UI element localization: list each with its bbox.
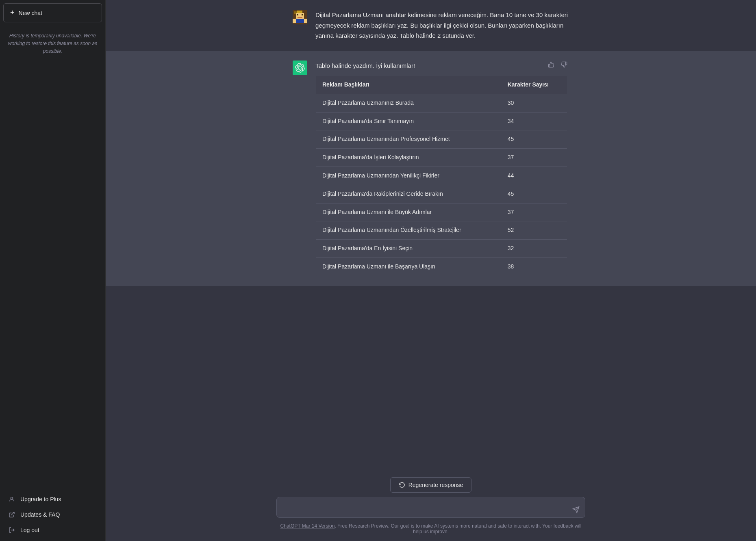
svg-rect-10 bbox=[295, 19, 305, 23]
thumbs-down-button[interactable] bbox=[559, 61, 569, 70]
logout-icon bbox=[8, 526, 15, 534]
user-message: Dijital Pazarlama Uzmanı anahtar kelimes… bbox=[106, 0, 756, 51]
chat-input[interactable] bbox=[276, 497, 585, 518]
history-notice: History is temporarily unavailable. We'r… bbox=[0, 26, 105, 62]
thumbs-up-button[interactable] bbox=[546, 61, 556, 70]
char-count-cell: 37 bbox=[501, 149, 567, 167]
input-area bbox=[276, 497, 585, 519]
table-row: Dijital Pazarlama Uzmanından Özelleştiri… bbox=[316, 221, 567, 240]
char-count-cell: 37 bbox=[501, 203, 567, 221]
regenerate-label: Regenerate response bbox=[408, 482, 463, 488]
char-count-cell: 45 bbox=[501, 130, 567, 149]
table-row: Dijital Pazarlama'da Rakiplerinizi Gerid… bbox=[316, 185, 567, 203]
sidebar-bottom: Upgrade to Plus Updates & FAQ Log out bbox=[0, 488, 105, 541]
ad-titles-table: Reklam Başlıkları Karakter Sayısı Dijita… bbox=[315, 76, 567, 276]
table-row: Dijital Pazarlama Uzmanından Profesyonel… bbox=[316, 130, 567, 149]
sidebar-item-updates[interactable]: Updates & FAQ bbox=[3, 507, 102, 522]
col-header-count: Karakter Sayısı bbox=[501, 76, 567, 94]
regenerate-button[interactable]: Regenerate response bbox=[390, 477, 472, 493]
char-count-cell: 52 bbox=[501, 221, 567, 240]
table-body: Dijital Pazarlama Uzmanınız Burada30Diji… bbox=[316, 94, 567, 276]
table-row: Dijital Pazarlama Uzmanından Yenilikçi F… bbox=[316, 167, 567, 185]
sidebar-item-logout[interactable]: Log out bbox=[3, 522, 102, 538]
svg-rect-8 bbox=[302, 14, 303, 15]
assistant-message-content: Tablo halinde yazdım. İyi kullanımlar! R… bbox=[315, 61, 569, 276]
new-chat-label: New chat bbox=[19, 10, 42, 16]
user-avatar-image bbox=[293, 10, 307, 24]
openai-logo bbox=[295, 63, 305, 73]
svg-point-0 bbox=[11, 497, 13, 499]
new-chat-button[interactable]: + New chat bbox=[3, 3, 102, 22]
chat-area: Dijital Pazarlama Uzmanı anahtar kelimes… bbox=[106, 0, 756, 472]
plus-icon: + bbox=[10, 9, 15, 17]
char-count-cell: 44 bbox=[501, 167, 567, 185]
table-header-row: Reklam Başlıkları Karakter Sayısı bbox=[316, 76, 567, 94]
table-row: Dijital Pazarlama'da Sınır Tanımayın34 bbox=[316, 112, 567, 130]
send-button[interactable] bbox=[571, 505, 580, 514]
ad-title-cell: Dijital Pazarlama'da Sınır Tanımayın bbox=[316, 112, 501, 130]
send-icon bbox=[572, 506, 580, 513]
footer-text: ChatGPT Mar 14 Version. Free Research Pr… bbox=[276, 523, 585, 535]
char-count-cell: 38 bbox=[501, 258, 567, 276]
user-avatar bbox=[293, 10, 307, 24]
table-row: Dijital Pazarlama Uzmanınız Burada30 bbox=[316, 94, 567, 112]
main-area: Dijital Pazarlama Uzmanı anahtar kelimes… bbox=[106, 0, 756, 541]
ad-title-cell: Dijital Pazarlama Uzmanından Yenilikçi F… bbox=[316, 167, 501, 185]
ad-title-cell: Dijital Pazarlama'da İşleri Kolaylaştırı… bbox=[316, 149, 501, 167]
col-header-titles: Reklam Başlıkları bbox=[316, 76, 501, 94]
person-icon bbox=[8, 496, 15, 503]
ad-title-cell: Dijital Pazarlama Uzmanınız Burada bbox=[316, 94, 501, 112]
char-count-cell: 30 bbox=[501, 94, 567, 112]
assistant-intro-text: Tablo halinde yazdım. İyi kullanımlar! bbox=[315, 61, 569, 71]
ad-title-cell: Dijital Pazarlama Uzmanından Profesyonel… bbox=[316, 130, 501, 149]
upgrade-label: Upgrade to Plus bbox=[20, 496, 61, 502]
gpt-avatar bbox=[293, 61, 307, 75]
char-count-cell: 45 bbox=[501, 185, 567, 203]
ad-title-cell: Dijital Pazarlama Uzmanından Özelleştiri… bbox=[316, 221, 501, 240]
footer-description: . Free Research Preview. Our goal is to … bbox=[335, 523, 581, 535]
sidebar: + New chat History is temporarily unavai… bbox=[0, 0, 106, 541]
svg-rect-12 bbox=[304, 19, 307, 23]
user-message-text: Dijital Pazarlama Uzmanı anahtar kelimes… bbox=[315, 10, 569, 41]
message-actions bbox=[546, 61, 569, 70]
sidebar-item-upgrade[interactable]: Upgrade to Plus bbox=[3, 491, 102, 507]
ad-title-cell: Dijital Pazarlama Uzmanı ile Başarıya Ul… bbox=[316, 258, 501, 276]
table-row: Dijital Pazarlama Uzmanı ile Başarıya Ul… bbox=[316, 258, 567, 276]
svg-rect-9 bbox=[298, 17, 302, 18]
char-count-cell: 34 bbox=[501, 112, 567, 130]
ad-title-cell: Dijital Pazarlama Uzmanı ile Büyük Adıml… bbox=[316, 203, 501, 221]
table-row: Dijital Pazarlama'da En İyisini Seçin32 bbox=[316, 240, 567, 258]
assistant-message: Tablo halinde yazdım. İyi kullanımlar! R… bbox=[106, 51, 756, 286]
svg-rect-7 bbox=[297, 14, 298, 15]
table-row: Dijital Pazarlama Uzmanı ile Büyük Adıml… bbox=[316, 203, 567, 221]
ad-title-cell: Dijital Pazarlama'da Rakiplerinizi Gerid… bbox=[316, 185, 501, 203]
export-icon bbox=[8, 511, 15, 518]
svg-line-1 bbox=[11, 512, 14, 515]
logout-label: Log out bbox=[20, 527, 39, 533]
char-count-cell: 32 bbox=[501, 240, 567, 258]
ad-title-cell: Dijital Pazarlama'da En İyisini Seçin bbox=[316, 240, 501, 258]
regenerate-icon bbox=[399, 482, 405, 488]
svg-rect-11 bbox=[293, 19, 296, 23]
bottom-area: Regenerate response ChatGPT Mar 14 Versi… bbox=[106, 472, 756, 541]
table-row: Dijital Pazarlama'da İşleri Kolaylaştırı… bbox=[316, 149, 567, 167]
chatgpt-version-link[interactable]: ChatGPT Mar 14 Version bbox=[280, 523, 335, 529]
updates-label: Updates & FAQ bbox=[20, 511, 60, 518]
